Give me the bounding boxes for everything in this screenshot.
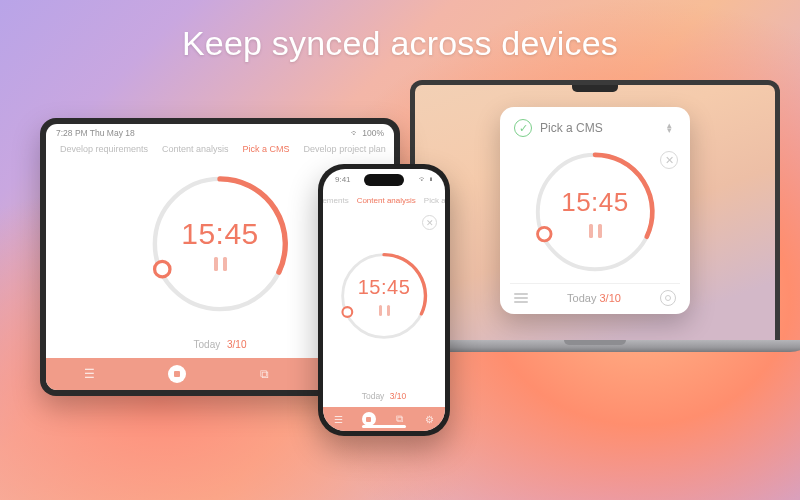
dynamic-island (364, 174, 404, 186)
timer-time: 15:45 (181, 217, 259, 251)
macbook-notch (572, 85, 618, 92)
task-stepper-icon[interactable]: ▴▾ (662, 123, 676, 133)
tabbar-list-icon[interactable]: ☰ (332, 413, 345, 426)
home-indicator[interactable] (362, 425, 406, 428)
ipad-task-tabs[interactable]: Develop requirements Content analysis Pi… (46, 138, 394, 158)
tabbar-stats-icon[interactable]: ⧉ (256, 366, 272, 382)
list-icon[interactable] (514, 293, 528, 303)
timer-time: 15:45 (561, 187, 629, 218)
mac-popover: ✓ Pick a CMS ▴▾ ✕ 15:45 (500, 107, 690, 314)
today-label: Today (194, 339, 221, 350)
ipad-status-right: ᯤ 100% (351, 128, 384, 138)
promo-background: Keep synced across devices ✓ Pick a CMS … (0, 0, 800, 500)
timer-ring: 15:45 (337, 249, 431, 343)
today-progress: Today 3/10 (323, 387, 445, 407)
iphone-status-icons: ᯤ ▮ (419, 175, 433, 184)
settings-icon[interactable] (660, 290, 676, 306)
check-glyph: ✓ (519, 122, 528, 135)
tab-item[interactable]: Develop project plan (304, 144, 386, 154)
iphone-task-tabs[interactable]: ements Content analysis Pick a (323, 184, 445, 209)
today-progress: Today 3/10 (567, 292, 621, 304)
tab-item-active[interactable]: Content analysis (357, 196, 416, 205)
tabbar-timer-icon[interactable] (362, 412, 376, 426)
tabbar-timer-icon[interactable] (168, 365, 186, 383)
tabbar-settings-icon[interactable]: ⚙ (423, 413, 436, 426)
macbook-screen: ✓ Pick a CMS ▴▾ ✕ 15:45 (415, 85, 775, 340)
today-ratio: 3/10 (390, 391, 407, 401)
today-label: Today (362, 391, 385, 401)
today-ratio: 3/10 (227, 339, 246, 350)
timer-time: 15:45 (358, 276, 411, 299)
tab-item-active[interactable]: Pick a CMS (243, 144, 290, 154)
today-ratio: 3/10 (599, 292, 620, 304)
close-icon[interactable]: ✕ (422, 215, 437, 230)
ipad-status-left: 7:28 PM Thu May 18 (56, 128, 135, 138)
pause-icon[interactable] (379, 305, 390, 316)
popover-task-title[interactable]: Pick a CMS (540, 121, 654, 135)
close-glyph: ✕ (665, 154, 674, 167)
close-icon[interactable]: ✕ (660, 151, 678, 169)
tab-item[interactable]: ements (323, 196, 349, 205)
task-check-icon[interactable]: ✓ (514, 119, 532, 137)
tab-item[interactable]: Pick a (424, 196, 445, 205)
iphone-screen: 9:41 ᯤ ▮ ements Content analysis Pick a … (323, 169, 445, 431)
tabbar-stats-icon[interactable]: ⧉ (393, 413, 406, 426)
macbook-frame: ✓ Pick a CMS ▴▾ ✕ 15:45 (410, 80, 780, 340)
iphone-status-time: 9:41 (335, 175, 351, 184)
timer-ring: 15:45 (146, 170, 294, 318)
headline: Keep synced across devices (0, 24, 800, 63)
tab-item[interactable]: Develop requirements (60, 144, 148, 154)
tabbar-list-icon[interactable]: ☰ (81, 366, 97, 382)
pause-icon[interactable] (589, 224, 602, 238)
iphone-frame: 9:41 ᯤ ▮ ements Content analysis Pick a … (318, 164, 450, 436)
pause-icon[interactable] (214, 257, 227, 271)
today-label: Today (567, 292, 596, 304)
tab-item[interactable]: Content analysis (162, 144, 229, 154)
timer-ring: 15:45 (530, 147, 660, 277)
